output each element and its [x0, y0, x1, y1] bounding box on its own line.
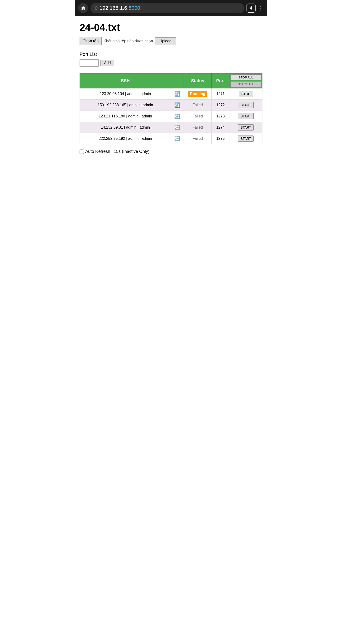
- ssh-cell: 14.232.39.31 | admin | admin: [80, 122, 171, 133]
- status-cell: Failed: [184, 122, 211, 133]
- action-cell: STOP: [229, 88, 263, 100]
- action-cell: START: [229, 100, 263, 111]
- ssh-cell: 123.21.116.180 | admin | admin: [80, 111, 171, 122]
- page-title: 24-04.txt: [79, 22, 263, 33]
- add-button[interactable]: Add: [100, 60, 114, 66]
- port-input[interactable]: [79, 60, 99, 66]
- refresh-cell[interactable]: 🔄: [171, 100, 184, 111]
- home-button[interactable]: [78, 3, 88, 13]
- status-cell: Failed: [184, 133, 211, 144]
- refresh-icon[interactable]: 🔄: [174, 91, 180, 96]
- col-port-header: Port: [212, 74, 229, 88]
- ssh-cell: 222.252.25.192 | admin | admin: [80, 133, 171, 144]
- col-status-header: Status: [184, 74, 211, 88]
- refresh-icon[interactable]: 🔄: [174, 125, 180, 130]
- file-upload-row: Chọn tệp Không có tệp nào được chọn Uplo…: [79, 37, 263, 45]
- auto-refresh-row: Auto Refresh : 15s (Inactive Only): [79, 149, 263, 154]
- table-row: 14.232.39.31 | admin | admin🔄Failed1274S…: [80, 122, 263, 133]
- browser-right-icons: 4 ⋮: [247, 4, 264, 12]
- status-badge: Failed: [192, 136, 203, 140]
- action-cell: START: [229, 122, 263, 133]
- info-icon: ⓘ: [94, 6, 98, 11]
- refresh-icon[interactable]: 🔄: [174, 136, 180, 141]
- port-cell: 1271: [212, 88, 229, 100]
- address-bar[interactable]: ⓘ 192.168.1.6:8000: [90, 3, 244, 13]
- col-actions-header: STOP ALL START ALL: [229, 74, 263, 88]
- action-cell: START: [229, 111, 263, 122]
- table-row: 222.252.25.192 | admin | admin🔄Failed127…: [80, 133, 263, 144]
- no-file-label: Không có tệp nào được chọn: [104, 39, 153, 43]
- page-content: 24-04.txt Chọn tệp Không có tệp nào được…: [75, 16, 267, 160]
- address-text: 192.168.1.6:8000: [99, 5, 140, 11]
- port-cell: 1273: [212, 111, 229, 122]
- status-badge: Running: [188, 91, 207, 97]
- port-cell: 1274: [212, 122, 229, 133]
- status-cell: Failed: [184, 111, 211, 122]
- stop-all-button[interactable]: STOP ALL: [230, 74, 261, 80]
- table-row: 123.21.116.180 | admin | admin🔄Failed127…: [80, 111, 263, 122]
- action-cell: START: [229, 133, 263, 144]
- auto-refresh-label: Auto Refresh : 15s (Inactive Only): [85, 149, 149, 154]
- ssh-table: SSH Status Port STOP ALL START ALL 123.2…: [79, 73, 263, 144]
- choose-file-button[interactable]: Chọn tệp: [79, 37, 102, 45]
- ssh-cell: 159.192.238.165 | admin | admin: [80, 100, 171, 111]
- port-add-row: Add: [79, 60, 263, 66]
- status-cell: Running: [184, 88, 211, 100]
- status-badge: Failed: [192, 114, 203, 118]
- tab-count-badge[interactable]: 4: [247, 4, 256, 12]
- refresh-cell[interactable]: 🔄: [171, 122, 184, 133]
- refresh-icon[interactable]: 🔄: [174, 102, 180, 108]
- port-list-label: Port List: [79, 52, 263, 57]
- ssh-cell: 123.20.98.104 | admin | admin: [80, 88, 171, 100]
- more-menu-button[interactable]: ⋮: [258, 5, 264, 12]
- col-refresh-header: [171, 74, 184, 88]
- status-badge: Failed: [192, 125, 203, 129]
- refresh-cell[interactable]: 🔄: [171, 133, 184, 144]
- table-row: 159.192.238.165 | admin | admin🔄Failed12…: [80, 100, 263, 111]
- port-cell: 1272: [212, 100, 229, 111]
- auto-refresh-checkbox[interactable]: [79, 150, 84, 154]
- table-row: 123.20.98.104 | admin | admin🔄Running127…: [80, 88, 263, 100]
- browser-chrome: ⓘ 192.168.1.6:8000 4 ⋮: [75, 0, 267, 16]
- status-cell: Failed: [184, 100, 211, 111]
- stop-button[interactable]: STOP: [239, 91, 253, 97]
- refresh-icon[interactable]: 🔄: [174, 114, 180, 119]
- start-button[interactable]: START: [238, 113, 254, 119]
- start-button[interactable]: START: [238, 102, 254, 108]
- upload-button[interactable]: Upload: [155, 37, 176, 45]
- refresh-cell[interactable]: 🔄: [171, 88, 184, 100]
- refresh-cell[interactable]: 🔄: [171, 111, 184, 122]
- status-badge: Failed: [192, 103, 203, 107]
- port-cell: 1275: [212, 133, 229, 144]
- col-ssh-header: SSH: [80, 74, 171, 88]
- start-button[interactable]: START: [238, 136, 254, 142]
- start-all-button[interactable]: START ALL: [230, 81, 261, 87]
- start-button[interactable]: START: [238, 124, 254, 130]
